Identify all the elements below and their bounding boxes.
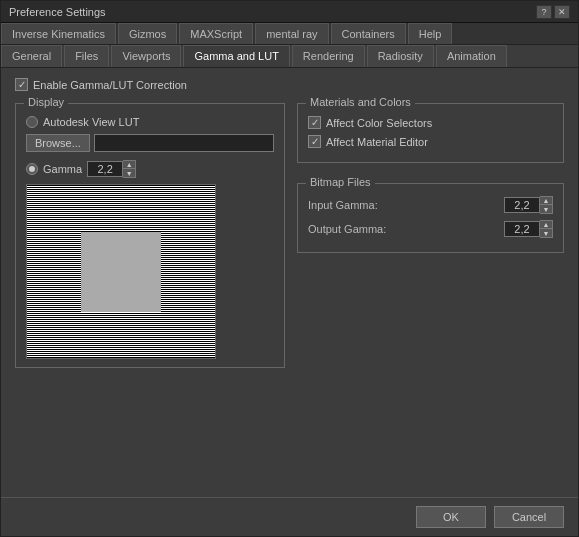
help-button[interactable]: ?	[536, 5, 552, 19]
tab-help[interactable]: Help	[408, 23, 453, 44]
affect-color-selectors-checkbox[interactable]	[308, 116, 321, 129]
gamma-input[interactable]	[87, 161, 123, 177]
output-gamma-down[interactable]: ▼	[540, 229, 552, 237]
output-gamma-row: Output Gamma: ▲ ▼	[308, 220, 553, 238]
affect-material-editor-label: Affect Material Editor	[326, 136, 428, 148]
display-group-content: Autodesk View LUT Browse... Gamma	[26, 116, 274, 359]
input-gamma-spinner: ▲ ▼	[504, 196, 553, 214]
gamma-down-arrow[interactable]: ▼	[123, 169, 135, 177]
input-gamma-input[interactable]	[504, 197, 540, 213]
enable-gamma-row: Enable Gamma/LUT Correction	[15, 78, 564, 91]
gamma-radio-row: Gamma ▲ ▼	[26, 160, 274, 178]
affect-color-selectors-row: Affect Color Selectors	[308, 116, 553, 129]
tab-gamma-lut[interactable]: Gamma and LUT	[183, 45, 289, 67]
footer: OK Cancel	[1, 497, 578, 536]
ok-button[interactable]: OK	[416, 506, 486, 528]
gamma-label: Gamma	[43, 163, 82, 175]
tab-inverse-kinematics[interactable]: Inverse Kinematics	[1, 23, 116, 44]
bitmap-content: Input Gamma: ▲ ▼ Output Gamma:	[308, 196, 553, 238]
output-gamma-label: Output Gamma:	[308, 223, 386, 235]
input-gamma-up[interactable]: ▲	[540, 197, 552, 205]
autodesk-lut-radio[interactable]	[26, 116, 38, 128]
tab-row-2: General Files Viewports Gamma and LUT Re…	[1, 45, 578, 68]
affect-material-editor-checkbox[interactable]	[308, 135, 321, 148]
materials-colors-group: Materials and Colors Affect Color Select…	[297, 103, 564, 163]
preference-settings-dialog: Preference Settings ? ✕ Inverse Kinemati…	[0, 0, 579, 537]
input-gamma-row: Input Gamma: ▲ ▼	[308, 196, 553, 214]
tab-rendering[interactable]: Rendering	[292, 45, 365, 67]
display-group-box: Display Autodesk View LUT Browse...	[15, 103, 285, 368]
gamma-preview-inner	[81, 232, 161, 312]
affect-color-selectors-label: Affect Color Selectors	[326, 117, 432, 129]
output-gamma-spinner: ▲ ▼	[504, 220, 553, 238]
tab-row-1: Inverse Kinematics Gizmos MAXScript ment…	[1, 23, 578, 45]
tab-general[interactable]: General	[1, 45, 62, 67]
bitmap-group-label: Bitmap Files	[306, 176, 375, 188]
enable-gamma-label[interactable]: Enable Gamma/LUT Correction	[15, 78, 187, 91]
bitmap-files-group: Bitmap Files Input Gamma: ▲ ▼	[297, 183, 564, 253]
browse-input[interactable]	[94, 134, 274, 152]
display-group-label: Display	[24, 96, 68, 108]
gamma-radio[interactable]	[26, 163, 38, 175]
gamma-preview	[26, 184, 216, 359]
output-gamma-input[interactable]	[504, 221, 540, 237]
input-gamma-down[interactable]: ▼	[540, 205, 552, 213]
gamma-arrows: ▲ ▼	[123, 160, 136, 178]
panels-row: Display Autodesk View LUT Browse...	[15, 103, 564, 376]
autodesk-lut-row: Autodesk View LUT	[26, 116, 274, 128]
tab-animation[interactable]: Animation	[436, 45, 507, 67]
tab-mental-ray[interactable]: mental ray	[255, 23, 328, 44]
tab-gizmos[interactable]: Gizmos	[118, 23, 177, 44]
tab-containers[interactable]: Containers	[331, 23, 406, 44]
affect-material-editor-row: Affect Material Editor	[308, 135, 553, 148]
title-bar-buttons: ? ✕	[536, 5, 570, 19]
display-panel: Display Autodesk View LUT Browse...	[15, 103, 285, 376]
main-content: Enable Gamma/LUT Correction Display Auto…	[1, 68, 578, 497]
close-button[interactable]: ✕	[554, 5, 570, 19]
enable-gamma-checkbox[interactable]	[15, 78, 28, 91]
browse-row: Browse...	[26, 134, 274, 152]
tab-viewports[interactable]: Viewports	[111, 45, 181, 67]
output-gamma-arrows: ▲ ▼	[540, 220, 553, 238]
right-panel: Materials and Colors Affect Color Select…	[297, 103, 564, 376]
tab-radiosity[interactable]: Radiosity	[367, 45, 434, 67]
input-gamma-label: Input Gamma:	[308, 199, 378, 211]
tab-files[interactable]: Files	[64, 45, 109, 67]
output-gamma-up[interactable]: ▲	[540, 221, 552, 229]
dialog-title: Preference Settings	[9, 6, 106, 18]
input-gamma-arrows: ▲ ▼	[540, 196, 553, 214]
autodesk-lut-label: Autodesk View LUT	[43, 116, 139, 128]
enable-gamma-text: Enable Gamma/LUT Correction	[33, 79, 187, 91]
gamma-spinner: ▲ ▼	[87, 160, 136, 178]
browse-button[interactable]: Browse...	[26, 134, 90, 152]
tab-maxscript[interactable]: MAXScript	[179, 23, 253, 44]
gamma-up-arrow[interactable]: ▲	[123, 161, 135, 169]
materials-group-label: Materials and Colors	[306, 96, 415, 108]
materials-content: Affect Color Selectors Affect Material E…	[308, 116, 553, 148]
title-bar: Preference Settings ? ✕	[1, 1, 578, 23]
cancel-button[interactable]: Cancel	[494, 506, 564, 528]
